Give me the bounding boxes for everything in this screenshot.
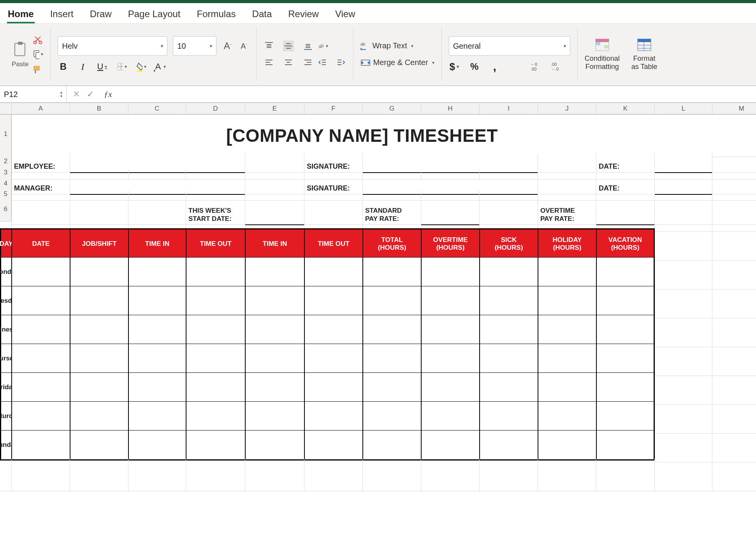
table-cell[interactable] [304, 257, 363, 287]
table-cell[interactable] [363, 401, 421, 431]
table-cell[interactable] [363, 372, 421, 402]
conditional-formatting-button[interactable]: Conditional Formatting [585, 37, 620, 71]
tab-view[interactable]: View [334, 6, 356, 23]
bold-button[interactable]: B [58, 61, 69, 72]
table-cell[interactable] [480, 430, 538, 461]
table-cell[interactable] [186, 401, 245, 431]
table-cell[interactable] [12, 315, 70, 344]
tab-draw[interactable]: Draw [89, 6, 113, 23]
tab-insert[interactable]: Insert [49, 6, 74, 23]
format-as-table-button[interactable]: Format as Table [631, 37, 658, 71]
table-cell[interactable] [480, 257, 538, 287]
name-box[interactable]: P12 ▴▾ [0, 86, 67, 102]
enter-formula-icon[interactable]: ✓ [87, 89, 94, 99]
table-cell[interactable] [12, 430, 70, 461]
table-cell[interactable] [186, 315, 245, 344]
table-cell[interactable] [421, 286, 480, 316]
table-cell[interactable] [186, 430, 245, 461]
table-cell[interactable] [186, 286, 245, 316]
table-cell[interactable] [304, 430, 363, 461]
table-cell[interactable] [480, 286, 538, 316]
table-cell[interactable] [186, 344, 245, 373]
table-cell[interactable] [480, 315, 538, 344]
increase-indent-icon[interactable] [335, 57, 346, 68]
tab-data[interactable]: Data [251, 6, 273, 23]
table-cell[interactable] [421, 315, 480, 344]
align-middle-icon[interactable] [283, 41, 294, 51]
comma-format-button[interactable]: , [489, 61, 500, 72]
font-name-select[interactable]: Helv▾ [58, 36, 167, 56]
table-cell[interactable] [480, 372, 538, 402]
copy-icon[interactable] [32, 49, 43, 60]
cancel-formula-icon[interactable]: ✕ [73, 89, 80, 99]
row-header-6[interactable]: 6 [0, 197, 12, 222]
table-cell[interactable] [128, 344, 186, 373]
align-top-icon[interactable] [264, 41, 274, 51]
table-cell[interactable] [363, 430, 421, 461]
table-cell[interactable] [128, 372, 186, 402]
tab-formulas[interactable]: Formulas [196, 6, 237, 23]
day-label[interactable]: Saturday [0, 401, 12, 431]
col-header-M[interactable]: M [712, 103, 756, 115]
font-size-select[interactable]: 10▾ [173, 36, 216, 56]
row-header-1[interactable]: 1 [0, 115, 12, 154]
table-cell[interactable] [245, 315, 304, 344]
fx-icon[interactable]: ƒx [101, 89, 112, 99]
table-cell[interactable] [596, 344, 655, 373]
table-cell[interactable] [70, 430, 128, 461]
table-cell[interactable] [363, 315, 421, 344]
col-header-G[interactable]: G [363, 103, 421, 115]
decrease-decimal-icon[interactable]: .00→.0 [551, 61, 562, 72]
tab-review[interactable]: Review [287, 6, 320, 23]
table-cell[interactable] [538, 430, 596, 461]
format-painter-icon[interactable] [32, 64, 43, 74]
table-cell[interactable] [245, 344, 304, 373]
table-cell[interactable] [12, 372, 70, 402]
table-cell[interactable] [12, 257, 70, 287]
table-cell[interactable] [596, 257, 655, 287]
table-cell[interactable] [304, 372, 363, 402]
table-cell[interactable] [480, 401, 538, 431]
table-cell[interactable] [12, 401, 70, 431]
table-cell[interactable] [538, 315, 596, 344]
table-cell[interactable] [12, 344, 70, 373]
table-cell[interactable] [363, 344, 421, 373]
decrease-indent-icon[interactable] [317, 57, 328, 68]
table-cell[interactable] [128, 401, 186, 431]
col-header-D[interactable]: D [186, 103, 245, 115]
col-header-E[interactable]: E [245, 103, 304, 115]
align-left-icon[interactable] [264, 57, 274, 68]
orientation-button[interactable]: ab [317, 41, 328, 51]
tab-page-layout[interactable]: Page Layout [127, 6, 181, 23]
table-cell[interactable] [70, 286, 128, 316]
cut-icon[interactable] [32, 34, 43, 45]
table-cell[interactable] [186, 257, 245, 287]
day-label[interactable]: Wednesday [0, 315, 12, 344]
table-cell[interactable] [12, 286, 70, 316]
table-cell[interactable] [245, 372, 304, 402]
align-bottom-icon[interactable] [302, 41, 313, 51]
col-header-I[interactable]: I [480, 103, 538, 115]
table-cell[interactable] [480, 344, 538, 373]
table-cell[interactable] [421, 372, 480, 402]
font-color-button[interactable]: A [155, 61, 166, 72]
col-header-B[interactable]: B [70, 103, 128, 115]
fill-color-button[interactable] [135, 61, 146, 72]
table-cell[interactable] [538, 286, 596, 316]
col-header-C[interactable]: C [128, 103, 186, 115]
table-cell[interactable] [70, 344, 128, 373]
formula-input[interactable] [118, 86, 756, 102]
table-cell[interactable] [421, 344, 480, 373]
tab-home[interactable]: Home [7, 6, 35, 23]
table-cell[interactable] [596, 430, 655, 461]
italic-button[interactable]: I [77, 61, 88, 72]
table-cell[interactable] [421, 430, 480, 461]
table-cell[interactable] [304, 286, 363, 316]
row-header-4[interactable]: 4 [0, 176, 12, 191]
table-cell[interactable] [421, 257, 480, 287]
decrease-font-icon[interactable]: Aˇ [238, 41, 249, 51]
day-label[interactable]: Thursday [0, 344, 12, 373]
table-cell[interactable] [128, 430, 186, 461]
table-cell[interactable] [596, 372, 655, 402]
col-header-J[interactable]: J [538, 103, 596, 115]
